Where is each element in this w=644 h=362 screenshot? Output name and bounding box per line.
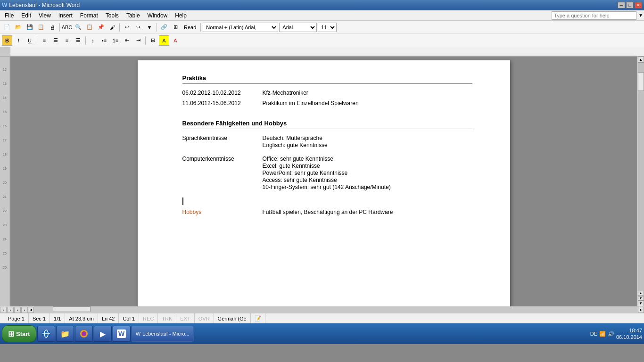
- bullets-button[interactable]: •≡: [99, 35, 109, 46]
- redo-button[interactable]: ↪: [133, 22, 143, 33]
- undo-dropdown[interactable]: ▼: [144, 22, 155, 33]
- menu-tools[interactable]: Tools: [102, 11, 123, 20]
- svg-text:22: 22: [3, 209, 7, 213]
- save-as-button[interactable]: 📋: [36, 22, 46, 33]
- paste-button[interactable]: 📌: [96, 22, 106, 33]
- undo-button[interactable]: ↩: [122, 22, 132, 33]
- font-color-button[interactable]: A: [170, 35, 181, 46]
- taskbar-media-button[interactable]: ▶: [94, 326, 112, 342]
- align-left-button[interactable]: ≡: [39, 35, 50, 46]
- maximize-button[interactable]: □: [626, 2, 634, 8]
- close-button[interactable]: ✕: [635, 2, 642, 8]
- taskbar-firefox-button[interactable]: [75, 326, 93, 342]
- new-button[interactable]: 📄: [2, 22, 12, 33]
- hscrollbar-area: ▪ ▪ ▪ ▪ ◄ ►: [0, 306, 644, 313]
- hobbys-content: Fußball spielen, Beschäftigung an der PC…: [263, 209, 393, 215]
- highlight-button[interactable]: A: [159, 35, 169, 46]
- spell-check-button[interactable]: ABC: [62, 22, 72, 33]
- hscroll-right-button[interactable]: ►: [638, 307, 644, 313]
- scroll-down-button[interactable]: ▼: [638, 300, 644, 306]
- ovr-status: OVR: [195, 313, 214, 323]
- menu-window[interactable]: Window: [144, 11, 172, 20]
- print-button[interactable]: 🖨: [47, 22, 58, 33]
- scroll-up-small-button[interactable]: ▲: [638, 291, 644, 296]
- svg-text:13: 13: [3, 82, 7, 85]
- menubar: File Edit View Insert Format Tools Table…: [0, 10, 644, 21]
- svg-text:25: 25: [3, 252, 7, 255]
- titlebar-title: W Lebenslauf - Microsoft Word: [2, 2, 80, 8]
- taskbar-word-button[interactable]: W Lebenslauf - Micro...: [132, 326, 194, 342]
- menu-format[interactable]: Format: [76, 11, 102, 20]
- line-spacing-button[interactable]: ↕: [88, 35, 98, 46]
- bold-button[interactable]: B: [2, 35, 12, 46]
- scroll-track[interactable]: [638, 63, 644, 291]
- italic-button[interactable]: I: [13, 35, 24, 46]
- comp-line-3: PowerPoint: sehr gute Kenntnisse: [263, 170, 391, 176]
- hobbys-label: Hobbys: [182, 209, 263, 215]
- copy-button[interactable]: 📋: [84, 22, 95, 33]
- style-selector[interactable]: Normal + (Latin) Arial,: [203, 23, 278, 32]
- hyperlink-button[interactable]: 🔗: [159, 22, 169, 33]
- titlebar-controls[interactable]: ─ □ ✕: [618, 2, 642, 8]
- svg-text:26: 26: [3, 266, 7, 269]
- hscroll-track[interactable]: [34, 306, 638, 313]
- size-selector[interactable]: 11: [318, 23, 337, 32]
- increase-indent-button[interactable]: ⇥: [133, 35, 143, 46]
- table-button[interactable]: ⊞: [170, 22, 181, 33]
- menu-view[interactable]: View: [35, 11, 55, 20]
- scroll-thumb[interactable]: [638, 72, 644, 91]
- taskbar-explorer-button[interactable]: 📁: [56, 326, 74, 342]
- trk-status: TRK: [158, 313, 176, 323]
- toolbar1: 📄 📂 💾 📋 🖨 ABC 🔍 📋 📌 🖌 ↩ ↪ ▼ 🔗 ⊞ Read Nor…: [0, 21, 644, 34]
- underline-button[interactable]: U: [25, 35, 35, 46]
- format-painter-button[interactable]: 🖌: [107, 22, 117, 33]
- web-view-button[interactable]: ▪: [7, 307, 14, 313]
- align-center-button[interactable]: ☰: [50, 35, 61, 46]
- menu-file[interactable]: File: [1, 11, 17, 20]
- main-area: 12 13 14 15 16 17 18 19 20 21 22 23 24 2…: [0, 57, 644, 306]
- normal-view-button[interactable]: ▪: [0, 307, 7, 313]
- help-arrow-icon[interactable]: ▼: [638, 13, 643, 18]
- decrease-indent-button[interactable]: ⇤: [122, 35, 132, 46]
- svg-text:17: 17: [3, 139, 7, 142]
- start-button[interactable]: ⊞ Start: [2, 325, 36, 342]
- besondere-section: Besondere Fähigkeiten und Hobbys Sprachk…: [182, 120, 472, 215]
- right-scrollbar[interactable]: ▲ ▲ ▼ ▼: [637, 57, 644, 306]
- research-button[interactable]: 🔍: [73, 22, 83, 33]
- justify-button[interactable]: ☰: [73, 35, 83, 46]
- taskbar-word-icon-button[interactable]: W: [113, 326, 131, 342]
- taskbar-ie-button[interactable]: [37, 326, 55, 342]
- scroll-down-small-button[interactable]: ▼: [638, 296, 644, 301]
- svg-text:23: 23: [3, 223, 7, 227]
- menu-help[interactable]: Help: [171, 11, 190, 20]
- praktika-heading: Praktika: [182, 74, 472, 84]
- outline-view-button[interactable]: ▪: [21, 307, 28, 313]
- align-right-button[interactable]: ≡: [62, 35, 72, 46]
- document-area[interactable]: Praktika 06.02.2012-10.02.2012 Kfz-Mecha…: [10, 57, 637, 306]
- computerkenntnisse-content: Office: sehr gute Kenntnisse Excel: gute…: [263, 156, 391, 191]
- minimize-button[interactable]: ─: [618, 2, 625, 8]
- font-selector[interactable]: Arial: [279, 23, 317, 32]
- text-cursor: [182, 197, 183, 205]
- outside-border-button[interactable]: ⊞: [148, 35, 158, 46]
- sprach-line-1: Deutsch: Muttersprache: [263, 135, 328, 141]
- menu-edit[interactable]: Edit: [17, 11, 35, 20]
- comp-line-2: Excel: gute Kenntnisse: [263, 163, 391, 169]
- read-button[interactable]: Read: [182, 22, 198, 33]
- hscroll-thumb[interactable]: [53, 306, 91, 312]
- save-button[interactable]: 💾: [25, 22, 35, 33]
- scroll-up-button[interactable]: ▲: [638, 57, 644, 63]
- svg-point-21: [82, 331, 86, 336]
- open-button[interactable]: 📂: [13, 22, 24, 33]
- menu-insert[interactable]: Insert: [55, 11, 76, 20]
- separator1: [59, 23, 60, 32]
- print-view-button[interactable]: ▪: [14, 307, 21, 313]
- help-search-input[interactable]: [552, 11, 636, 20]
- start-label: Start: [16, 330, 30, 337]
- hscroll-left-button[interactable]: ◄: [28, 307, 34, 313]
- numbering-button[interactable]: 1≡: [110, 35, 121, 46]
- separator3: [157, 23, 157, 32]
- menu-table[interactable]: Table: [123, 11, 144, 20]
- sprach-line-2: Englisch: gute Kenntnisse: [263, 142, 328, 148]
- ruler-left-margin: [0, 47, 10, 57]
